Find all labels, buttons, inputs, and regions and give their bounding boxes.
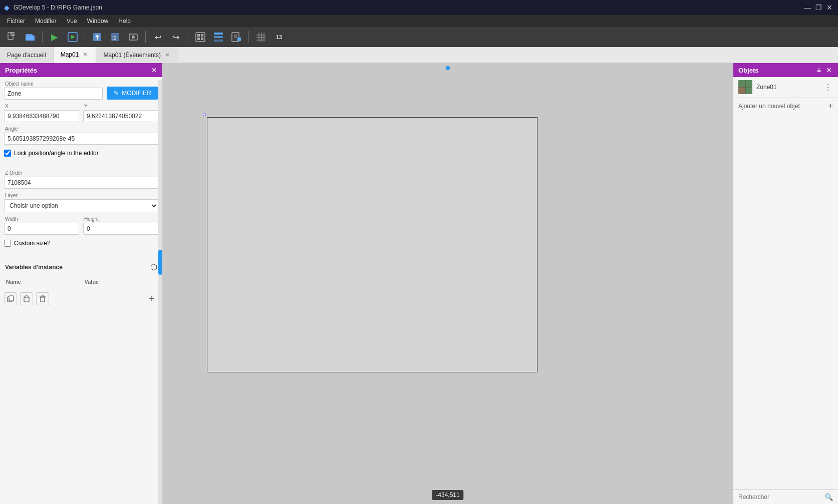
- scrollbar-thumb[interactable]: [158, 250, 162, 275]
- scroll-handle-top[interactable]: [446, 66, 450, 70]
- scene-rectangle: [207, 117, 537, 372]
- maximize-button[interactable]: ❐: [814, 3, 823, 12]
- scrollbar-track[interactable]: [158, 80, 162, 504]
- y-input[interactable]: [83, 110, 158, 122]
- object-name-input[interactable]: [4, 88, 103, 100]
- right-panel-spacer: [733, 115, 838, 489]
- object-item-zone01[interactable]: Zone01 ⋮: [733, 77, 838, 98]
- app-icon: ◆: [4, 4, 10, 12]
- tab-map01-events-close[interactable]: ✕: [164, 52, 171, 59]
- menu-vue[interactable]: Vue: [62, 17, 82, 26]
- xy-row: X Y: [4, 104, 158, 122]
- menu-help[interactable]: Help: [113, 17, 136, 26]
- search-input[interactable]: [738, 493, 821, 500]
- properties-title: Propriétés: [5, 67, 37, 74]
- tabs-bar: Page d'accueil Map01 ✕ Map01 (Évènements…: [0, 47, 838, 63]
- width-field-group: Width: [4, 216, 79, 235]
- svg-rect-20: [214, 40, 223, 42]
- export2-button[interactable]: ⊡: [107, 29, 123, 45]
- modifier-icon: ✎: [114, 90, 119, 97]
- svg-rect-42: [745, 80, 752, 87]
- modifier-label: MODIFIER: [122, 90, 151, 97]
- count-button[interactable]: 13: [271, 29, 287, 45]
- tab-home-label: Page d'accueil: [7, 52, 46, 59]
- search-icon: 🔍: [824, 493, 833, 501]
- objects-filter-btn[interactable]: ≡: [816, 66, 822, 74]
- add-object-row[interactable]: Ajouter un nouvel objet +: [733, 98, 838, 115]
- undo-button[interactable]: ↩: [150, 29, 166, 45]
- toolbar-sep-5: [248, 31, 249, 43]
- event-editor-button[interactable]: [210, 29, 226, 45]
- properties-content: Object name ✎ MODIFIER X Y: [0, 77, 162, 311]
- scene-editor-button[interactable]: [192, 29, 208, 45]
- grid-button[interactable]: [253, 29, 269, 45]
- menu-fichier[interactable]: Fichier: [2, 17, 30, 26]
- preview-button[interactable]: [125, 29, 141, 45]
- variables-actions: +: [4, 290, 158, 307]
- svg-rect-35: [41, 297, 45, 302]
- var-paste-btn[interactable]: [20, 292, 33, 305]
- tab-map01[interactable]: Map01 ✕: [54, 47, 97, 63]
- object-name-field-group: Object name: [4, 81, 103, 100]
- modifier-button[interactable]: ✎ MODIFIER: [107, 87, 158, 100]
- angle-input[interactable]: [4, 133, 158, 145]
- svg-rect-32: [9, 296, 14, 301]
- variables-external-btn[interactable]: ⬡: [150, 262, 157, 272]
- y-field-group: Y: [83, 104, 158, 122]
- properties-close-btn[interactable]: ✕: [151, 66, 157, 74]
- menu-modifier[interactable]: Modifier: [30, 17, 62, 26]
- angle-field-group: Angle: [4, 126, 158, 145]
- x-input[interactable]: [4, 110, 79, 122]
- play-button[interactable]: ▶: [47, 29, 63, 45]
- new-file-button[interactable]: [4, 29, 20, 45]
- minimize-button[interactable]: —: [803, 3, 812, 12]
- svg-rect-24: [237, 38, 241, 41]
- width-input[interactable]: [4, 223, 79, 235]
- width-label: Width: [4, 216, 79, 222]
- lock-checkbox[interactable]: [4, 150, 11, 157]
- object-origin-handle[interactable]: [203, 113, 206, 116]
- height-input[interactable]: [83, 223, 158, 235]
- objects-close-btn[interactable]: ✕: [825, 66, 833, 74]
- object-more-zone01[interactable]: ⋮: [823, 83, 833, 92]
- zorder-label: Z Order: [4, 170, 158, 176]
- object-thumbnail-zone01: [738, 80, 752, 94]
- tab-map01-label: Map01: [61, 51, 79, 58]
- svg-rect-34: [25, 296, 28, 298]
- var-add-btn[interactable]: +: [145, 292, 158, 305]
- variables-section-header: Variables d'instance ⬡: [4, 260, 158, 274]
- var-delete-btn[interactable]: [36, 292, 49, 305]
- svg-rect-13: [196, 33, 205, 42]
- x-label: X: [4, 104, 79, 109]
- objects-panel-header: Objets ≡ ✕: [733, 63, 838, 77]
- external-editor-button[interactable]: [228, 29, 244, 45]
- tab-home[interactable]: Page d'accueil: [0, 47, 54, 63]
- play-scene-button[interactable]: [65, 29, 81, 45]
- menu-window[interactable]: Window: [82, 17, 114, 26]
- layer-select[interactable]: Choisir une option: [4, 199, 158, 212]
- right-panel-actions: ≡ ✕: [816, 66, 833, 74]
- right-panel: Objets ≡ ✕: [733, 63, 838, 504]
- zorder-input[interactable]: [4, 177, 158, 189]
- svg-rect-4: [26, 36, 35, 41]
- divider-2: [4, 254, 158, 254]
- variables-name-col: Name: [4, 278, 83, 286]
- custom-size-checkbox[interactable]: [4, 240, 11, 247]
- height-field-group: Height: [83, 216, 158, 235]
- open-file-button[interactable]: [22, 29, 38, 45]
- canvas-area[interactable]: -434,511: [163, 63, 733, 504]
- redo-button[interactable]: ↪: [168, 29, 184, 45]
- lock-row: Lock position/angle in the editor: [4, 149, 158, 158]
- left-panel: Propriétés ✕ Object name ✎ MODIFIER: [0, 63, 163, 504]
- custom-size-row: Custom size?: [4, 239, 158, 248]
- tab-map01-events[interactable]: Map01 (Évènements) ✕: [96, 47, 178, 63]
- var-copy-btn[interactable]: [4, 292, 17, 305]
- svg-rect-16: [197, 38, 200, 40]
- tab-map01-close[interactable]: ✕: [82, 51, 89, 58]
- height-label: Height: [83, 216, 158, 222]
- export-button[interactable]: [89, 29, 105, 45]
- search-row: 🔍: [733, 489, 838, 504]
- close-button[interactable]: ✕: [825, 3, 834, 12]
- object-name-label: Object name: [4, 81, 103, 87]
- add-object-icon: +: [828, 102, 833, 111]
